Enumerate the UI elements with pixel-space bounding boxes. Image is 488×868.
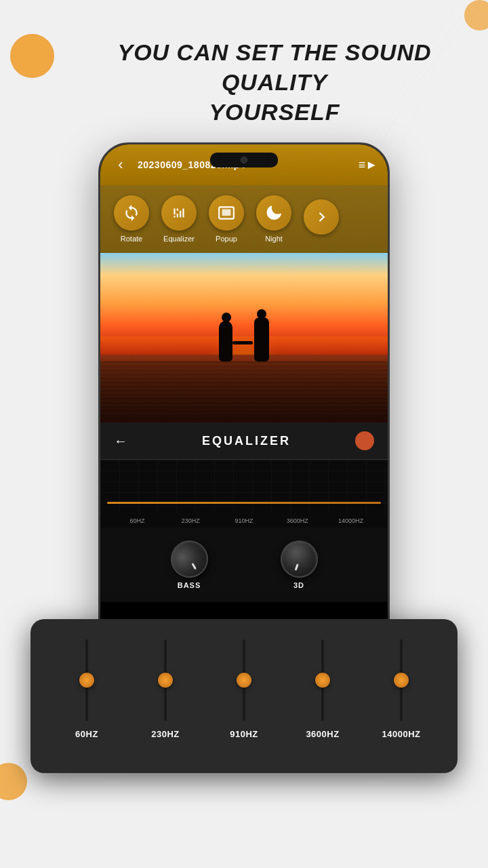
- decoration-circle-bottom: [0, 763, 27, 800]
- back-button[interactable]: ‹: [110, 156, 131, 174]
- toolbar-item-night[interactable]: Night: [256, 195, 291, 243]
- bass-knob-label: BASS: [178, 581, 201, 589]
- band-track-3600hz[interactable]: [321, 639, 324, 721]
- person1-body: [219, 321, 232, 361]
- eq-title: EQUALIZER: [138, 434, 355, 448]
- eq-toggle-button[interactable]: [355, 431, 374, 450]
- freq-14000hz-small: 14000HZ: [324, 517, 378, 524]
- band-track-910hz[interactable]: [243, 639, 245, 721]
- band-label-910hz: 910HZ: [230, 729, 258, 739]
- eq-band-3600hz: 3600HZ: [283, 639, 362, 739]
- band-handle-14000hz[interactable]: [394, 673, 409, 688]
- eq-band-60hz: 60HZ: [47, 639, 126, 739]
- eq-knobs-row: BASS 3D: [100, 528, 388, 602]
- rotate-icon: [114, 195, 149, 231]
- icons-toolbar: Rotate Equalizer Popup: [100, 185, 388, 253]
- eq-header: ← EQUALIZER: [100, 422, 388, 460]
- band-track-14000hz[interactable]: [400, 639, 403, 721]
- power-button: [388, 212, 390, 246]
- person2-body: [254, 317, 269, 361]
- popup-label: Popup: [216, 235, 237, 243]
- eq-sliders-panel: 60HZ 230HZ 910HZ 3600HZ 14000HZ: [30, 619, 458, 773]
- equalizer-icon: [161, 195, 197, 231]
- 3d-knob-item: 3D: [281, 540, 318, 589]
- header-text: YOU CAN SET THE SOUND QUALITY YOURSELF: [68, 37, 481, 127]
- beach-ground: [100, 361, 388, 422]
- band-label-60hz: 60HZ: [75, 729, 98, 739]
- header-line2: YOURSELF: [68, 97, 481, 127]
- 3d-knob-label: 3D: [293, 581, 304, 589]
- eq-band-230hz: 230HZ: [126, 639, 205, 739]
- night-label: Night: [265, 235, 283, 243]
- eq-grid-lines: [100, 460, 388, 514]
- eq-back-button[interactable]: ←: [114, 433, 127, 449]
- volume-down-button: [98, 260, 100, 287]
- toolbar-item-equalizer[interactable]: Equalizer: [161, 195, 197, 243]
- front-camera: [241, 157, 247, 163]
- equalizer-label: Equalizer: [163, 235, 195, 243]
- header-line1: YOU CAN SET THE SOUND QUALITY: [68, 37, 481, 97]
- freq-230hz-small: 230HZ: [164, 517, 218, 524]
- menu-icon[interactable]: ≡►: [359, 158, 378, 172]
- toolbar-item-more[interactable]: [304, 199, 339, 239]
- decoration-circle-top: [10, 34, 54, 78]
- eq-progress-line: [107, 502, 381, 504]
- eq-band-910hz: 910HZ: [205, 639, 283, 739]
- night-icon: [256, 195, 291, 231]
- freq-3600hz-small: 3600HZ: [270, 517, 324, 524]
- band-label-3600hz: 3600HZ: [306, 729, 339, 739]
- bass-knob[interactable]: [163, 534, 214, 585]
- band-handle-230hz[interactable]: [158, 673, 173, 688]
- couple-silhouette: [214, 304, 274, 361]
- svg-rect-1: [222, 210, 231, 216]
- decoration-circle-right: [464, 0, 488, 31]
- band-handle-3600hz[interactable]: [315, 673, 330, 688]
- eq-grid: [100, 460, 388, 514]
- volume-up-button: [98, 226, 100, 253]
- band-track-60hz[interactable]: [85, 639, 88, 721]
- phone-notch: [210, 153, 278, 167]
- band-label-230hz: 230HZ: [151, 729, 180, 739]
- person1-head: [222, 313, 231, 322]
- more-icon: [304, 199, 339, 235]
- band-handle-60hz[interactable]: [79, 673, 94, 688]
- 3d-knob[interactable]: [275, 535, 323, 583]
- freq-910hz-small: 910HZ: [218, 517, 271, 524]
- video-thumbnail: [100, 253, 388, 422]
- eq-band-14000hz: 14000HZ: [362, 639, 441, 739]
- bass-knob-item: BASS: [171, 540, 208, 589]
- band-handle-910hz[interactable]: [237, 673, 251, 688]
- toolbar-item-rotate[interactable]: Rotate: [114, 195, 149, 243]
- eq-bands-container: 60HZ 230HZ 910HZ 3600HZ 14000HZ: [47, 639, 441, 739]
- popup-icon: [209, 195, 244, 231]
- video-player[interactable]: [100, 253, 388, 422]
- person2-head: [257, 309, 266, 319]
- freq-labels-small: 60HZ 230HZ 910HZ 3600HZ 14000HZ: [100, 514, 388, 528]
- band-track-230hz[interactable]: [164, 639, 167, 721]
- freq-60hz-small: 60HZ: [110, 517, 164, 524]
- rotate-label: Rotate: [121, 235, 142, 243]
- joined-hands: [232, 341, 253, 344]
- band-label-14000hz: 14000HZ: [382, 729, 421, 739]
- toolbar-item-popup[interactable]: Popup: [209, 195, 244, 243]
